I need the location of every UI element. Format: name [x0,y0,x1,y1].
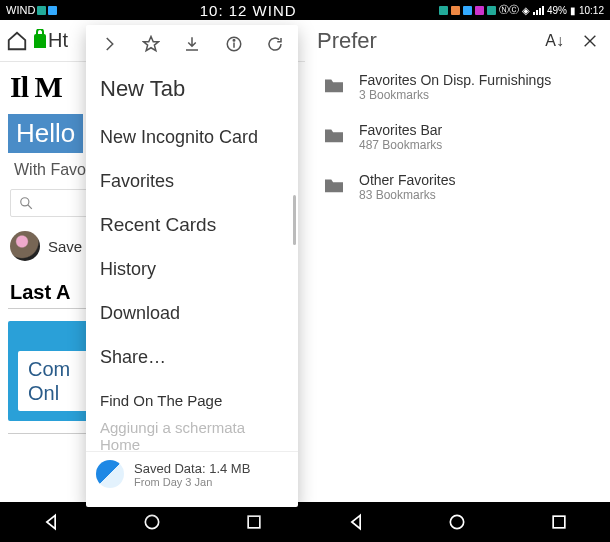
hero-banner: Hello [8,114,83,153]
carrier-label: WIND [6,4,35,16]
folder-name: Favorites On Disp. Furnishings [359,72,551,88]
menu-share[interactable]: Share… [86,335,298,379]
status-icon [475,6,484,15]
reload-icon[interactable] [266,35,284,53]
overflow-menu: New Tab New Incognito Card Favorites Rec… [86,25,298,507]
folder-count: 83 Bookmarks [359,188,455,202]
svg-line-1 [28,205,32,209]
back-icon[interactable] [41,512,61,532]
info-icon[interactable] [225,35,243,53]
close-icon[interactable] [582,33,598,49]
star-icon[interactable] [142,35,160,53]
data-saver-row[interactable]: Saved Data: 1.4 MB From Day 3 Jan [86,451,298,496]
signal-icon [533,6,544,15]
battery-label: 49% [547,5,567,16]
bookmarks-panel: Prefer A↓ Favorites On Disp. Furnishings… [305,20,610,502]
status-icon [487,6,496,15]
battery-icon: ▮ [570,5,576,16]
download-icon[interactable] [183,35,201,53]
status-clock-center: 10: 12 WIND [57,2,439,19]
folder-icon [323,176,345,194]
saved-data-title: Saved Data: 1.4 MB [134,461,250,476]
scroll-indicator[interactable] [293,195,296,245]
globe-icon [96,460,124,488]
home-icon[interactable] [6,30,28,52]
forward-icon[interactable] [100,35,118,53]
menu-new-tab[interactable]: New Tab [86,63,298,115]
home-nav-icon[interactable] [142,512,162,532]
avatar [10,231,40,261]
recents-icon[interactable] [244,512,264,532]
menu-favorites[interactable]: Favorites [86,159,298,203]
menu-history[interactable]: History [86,247,298,291]
bookmark-folder[interactable]: Favorites Bar 487 Bookmarks [305,112,610,162]
panel-title: Prefer [317,28,377,54]
menu-find-on-page[interactable]: Find On The Page [86,379,298,421]
android-navbar [0,502,610,542]
search-icon [19,196,33,210]
svg-point-4 [233,40,235,42]
home-nav-icon[interactable] [447,512,467,532]
menu-add-home[interactable]: Aggiungi a schermata Home [86,421,298,451]
folder-name: Favorites Bar [359,122,442,138]
bookmark-folder[interactable]: Other Favorites 83 Bookmarks [305,162,610,212]
svg-point-7 [146,515,159,528]
nfc-icon: ⓃⒸ [499,3,519,17]
folder-icon [323,76,345,94]
folder-name: Other Favorites [359,172,455,188]
menu-recent-cards[interactable]: Recent Cards [86,203,298,247]
status-clock-right: 10:12 [579,5,604,16]
status-bar: WIND 10: 12 WIND ⓃⒸ ◈ 49% ▮ 10:12 [0,0,610,20]
status-icon [439,6,448,15]
svg-point-0 [21,198,29,206]
back-icon[interactable] [346,512,366,532]
url-box[interactable]: Ht [34,29,90,52]
wifi-icon: ◈ [522,5,530,16]
folder-count: 3 Bookmarks [359,88,551,102]
status-icon [48,6,57,15]
status-icon [37,6,46,15]
recents-icon[interactable] [549,512,569,532]
lock-icon [34,34,46,48]
svg-rect-8 [248,516,260,528]
saved-data-subtitle: From Day 3 Jan [134,476,250,488]
menu-new-incognito[interactable]: New Incognito Card [86,115,298,159]
folder-icon [323,126,345,144]
folder-count: 487 Bookmarks [359,138,442,152]
status-icon [463,6,472,15]
status-icon [451,6,460,15]
svg-rect-10 [553,516,565,528]
bookmark-folder[interactable]: Favorites On Disp. Furnishings 3 Bookmar… [305,62,610,112]
url-text: Ht [48,29,68,52]
menu-download[interactable]: Download [86,291,298,335]
sort-button[interactable]: A↓ [545,32,564,50]
svg-point-9 [451,515,464,528]
